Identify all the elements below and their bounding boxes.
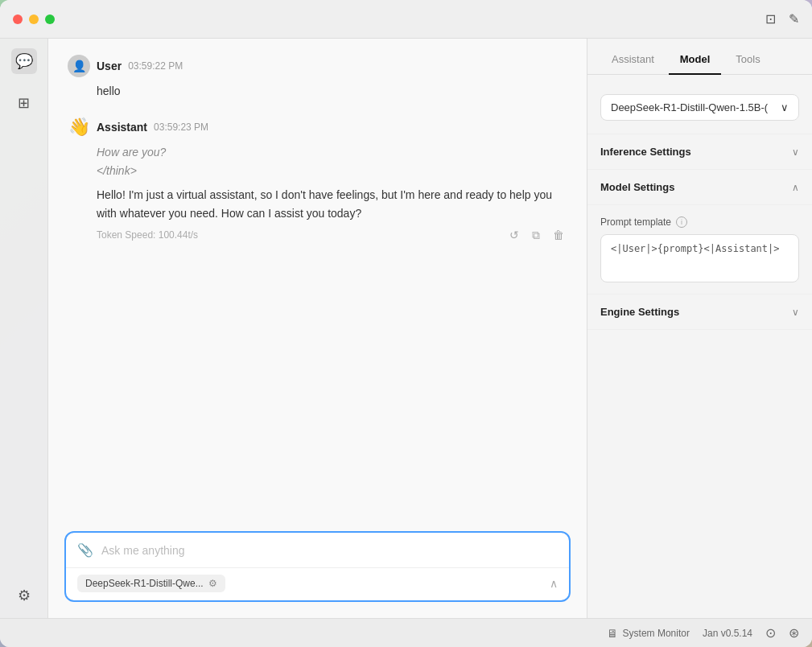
monitor-icon: 🖥 [607, 627, 618, 640]
engine-settings-title: Engine Settings [600, 306, 679, 318]
tab-model[interactable]: Model [669, 45, 722, 75]
discord-item[interactable]: ⊙ [765, 625, 776, 641]
sidebar-item-grid[interactable]: ⊞ [11, 90, 37, 116]
version-label: Jan v0.5.14 [703, 628, 752, 639]
model-settings-chevron: ∧ [792, 182, 799, 193]
main-content: 💬 ⊞ ⚙ 👤 User 03:59:22 PM hello [0, 39, 812, 618]
think-content: How are you?How are you? </think></think… [97, 143, 567, 179]
title-bar-actions: ⊡ ✎ [765, 11, 799, 27]
close-button[interactable] [13, 14, 23, 24]
tab-tools[interactable]: Tools [724, 45, 771, 75]
prompt-template-label: Prompt template i [600, 216, 799, 228]
token-speed: Token Speed: 100.44t/s [97, 229, 198, 241]
message-row: 👤 User 03:59:22 PM hello [68, 55, 567, 100]
prompt-template-info-icon[interactable]: i [676, 216, 687, 228]
message-row: 👋 Assistant 03:59:23 PM How are you?How … [68, 116, 567, 244]
prompt-template-value[interactable]: <|User|>{prompt}<|Assistant|> [600, 234, 799, 282]
version-item: Jan v0.5.14 [703, 628, 752, 639]
model-settings-title: Model Settings [600, 181, 674, 193]
model-settings-content: Prompt template i <|User|>{prompt}<|Assi… [587, 205, 812, 295]
system-monitor-label: System Monitor [623, 628, 690, 639]
inference-settings-section[interactable]: Inference Settings ∨ [587, 134, 812, 170]
left-sidebar: 💬 ⊞ ⚙ [0, 39, 48, 618]
model-selector-chip[interactable]: DeepSeek-R1-Distill-Qwe... ⚙ [77, 575, 225, 592]
assistant-response: Hello! I'm just a virtual assistant, so … [97, 186, 567, 222]
model-selection-section: DeepSeek-R1-Distill-Qwen-1.5B-( ∨ [587, 75, 812, 134]
edit-icon[interactable]: ✎ [789, 11, 799, 27]
copy-button[interactable]: ⧉ [529, 227, 543, 244]
chevron-down-icon: ∨ [781, 101, 789, 113]
maximize-button[interactable] [45, 14, 55, 24]
model-chip-settings-icon: ⚙ [208, 578, 217, 589]
status-bar: 🖥 System Monitor Jan v0.5.14 ⊙ ⊛ [0, 618, 812, 647]
message-actions: ↺ ⧉ 🗑 [506, 227, 567, 244]
assistant-avatar: 👋 [68, 116, 90, 138]
inference-settings-title: Inference Settings [600, 146, 691, 158]
input-area: 📎 DeepSeek-R1-Distill-Qwe... ⚙ ∧ [48, 518, 587, 618]
regenerate-button[interactable]: ↺ [506, 227, 522, 244]
message-footer: Token Speed: 100.44t/s ↺ ⧉ 🗑 [97, 227, 567, 244]
sidebar-toggle-icon[interactable]: ⊡ [765, 11, 776, 27]
message-body: hello [97, 82, 567, 100]
github-item[interactable]: ⊛ [789, 625, 799, 641]
attach-icon[interactable]: 📎 [77, 542, 93, 558]
input-row: 📎 [66, 533, 569, 567]
input-bottom-row: DeepSeek-R1-Distill-Qwe... ⚙ ∧ [66, 567, 569, 600]
system-monitor-item[interactable]: 🖥 System Monitor [607, 627, 690, 640]
expand-button[interactable]: ∧ [550, 577, 558, 590]
model-dropdown[interactable]: DeepSeek-R1-Distill-Qwen-1.5B-( ∨ [600, 94, 799, 121]
discord-icon: ⊙ [765, 625, 776, 641]
tab-assistant[interactable]: Assistant [600, 45, 666, 75]
user-avatar: 👤 [68, 55, 90, 77]
delete-button[interactable]: 🗑 [550, 227, 567, 244]
inference-settings-chevron: ∨ [792, 146, 799, 158]
message-body: How are you?How are you? </think></think… [97, 143, 567, 222]
chat-messages: 👤 User 03:59:22 PM hello 👋 Assistant [48, 39, 587, 518]
message-sender: User [97, 60, 122, 72]
model-settings-header[interactable]: Model Settings ∧ [587, 170, 812, 205]
panel-tabs: Assistant Model Tools [587, 39, 812, 75]
message-time: 03:59:22 PM [128, 60, 183, 72]
model-dropdown-value: DeepSeek-R1-Distill-Qwen-1.5B-( [611, 101, 768, 113]
input-box: 📎 DeepSeek-R1-Distill-Qwe... ⚙ ∧ [64, 531, 571, 602]
github-icon: ⊛ [789, 625, 799, 641]
minimize-button[interactable] [29, 14, 39, 24]
message-header: 👤 User 03:59:22 PM [68, 55, 567, 77]
model-chip-label: DeepSeek-R1-Distill-Qwe... [85, 578, 204, 589]
message-header: 👋 Assistant 03:59:23 PM [68, 116, 567, 138]
chat-area: 👤 User 03:59:22 PM hello 👋 Assistant [48, 39, 587, 618]
app-window: ⊡ ✎ 💬 ⊞ ⚙ 👤 User 03:59:22 PM [0, 0, 812, 647]
sidebar-item-chat[interactable]: 💬 [11, 48, 37, 74]
message-time: 03:59:23 PM [154, 122, 208, 133]
engine-settings-section[interactable]: Engine Settings ∨ [587, 295, 812, 330]
chat-input[interactable] [101, 544, 558, 557]
engine-settings-chevron: ∨ [792, 307, 799, 318]
title-bar: ⊡ ✎ [0, 0, 812, 39]
message-sender: Assistant [97, 121, 147, 134]
sidebar-item-settings[interactable]: ⚙ [11, 583, 37, 608]
right-panel: Assistant Model Tools DeepSeek-R1-Distil… [587, 39, 812, 618]
